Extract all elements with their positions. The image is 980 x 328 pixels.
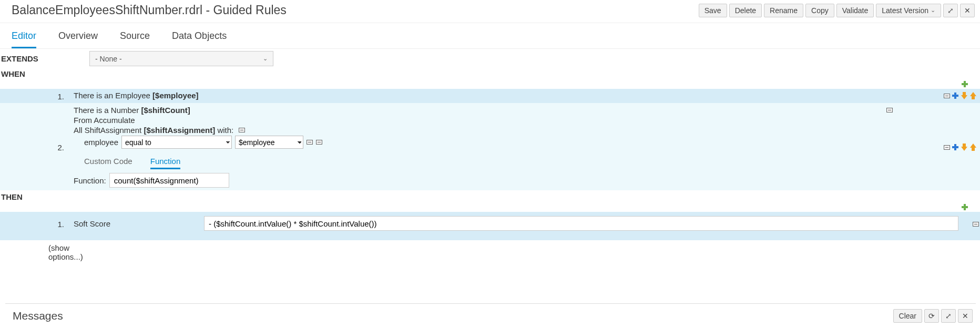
constraint-value-select[interactable]: $employee: [235, 136, 303, 149]
add-when-pattern-button[interactable]: [961, 80, 968, 88]
when-1-binding: [$employee]: [152, 91, 199, 100]
source-pattern-text[interactable]: All ShiftAssignment [$shiftAssignment] w…: [74, 126, 233, 135]
remove-constraint-icon-2[interactable]: [316, 140, 322, 145]
page-title: BalanceEmployeesShiftNumber.rdrl - Guide…: [12, 3, 287, 17]
header-toolbar: Save Delete Rename Copy Validate Latest …: [699, 4, 975, 17]
tab-editor[interactable]: Editor: [12, 29, 36, 48]
move-up-icon[interactable]: [969, 92, 977, 99]
close-button[interactable]: ✕: [960, 4, 975, 17]
when-1-text[interactable]: There is an Employee [$employee]: [74, 91, 199, 100]
constraint-field-label[interactable]: employee: [84, 138, 118, 147]
function-input[interactable]: [109, 173, 229, 188]
when-condition-2: 2. There is a Number [$shiftCount] From …: [0, 103, 980, 190]
refresh-messages-button[interactable]: ⟳: [924, 309, 939, 323]
svg-rect-1: [962, 83, 968, 85]
constraint-operator-select[interactable]: equal to: [121, 136, 232, 149]
remove-icon[interactable]: [944, 94, 950, 98]
when-2-number-text[interactable]: There is a Number [$shiftCount]: [74, 106, 190, 115]
close-messages-button[interactable]: ✕: [958, 309, 973, 323]
move-down-icon[interactable]: [961, 92, 968, 99]
then-action-1: 1. Soft Score: [0, 212, 980, 240]
remove-source-icon[interactable]: [239, 128, 245, 132]
move-down-icon[interactable]: [961, 144, 968, 151]
add-below-icon[interactable]: [952, 144, 959, 151]
move-up-icon[interactable]: [969, 144, 977, 151]
then-label: THEN: [0, 190, 980, 202]
subtab-function[interactable]: Function: [150, 157, 181, 169]
svg-rect-5: [952, 146, 958, 148]
refresh-icon: ⟳: [928, 312, 935, 320]
version-dropdown-button[interactable]: Latest Version ⌄: [876, 4, 941, 17]
add-then-action-button[interactable]: [961, 203, 968, 211]
remove-constraint-icon-1[interactable]: [307, 140, 313, 145]
when-condition-1: 1. There is an Employee [$employee]: [0, 89, 980, 103]
chevron-down-icon: ⌄: [263, 55, 268, 62]
extends-value: - None -: [95, 55, 122, 63]
delete-button[interactable]: Delete: [729, 4, 762, 17]
when-label: WHEN: [0, 67, 980, 79]
show-options-link[interactable]: (show options...): [0, 240, 95, 261]
when-1-number: 1.: [0, 91, 74, 101]
svg-rect-3: [952, 95, 958, 97]
chevron-down-icon: ⌄: [931, 7, 935, 14]
when-2-l1-binding: [$shiftCount]: [141, 106, 190, 115]
soft-score-input[interactable]: [204, 216, 958, 231]
when-2-l3-prefix: All ShiftAssignment: [74, 126, 144, 135]
expand-messages-button[interactable]: ⤢: [941, 309, 956, 323]
extends-label: EXTENDS: [0, 54, 89, 63]
when-2-l1-prefix: There is a Number: [74, 106, 141, 115]
rename-button[interactable]: Rename: [764, 4, 803, 17]
close-icon: ✕: [962, 312, 968, 320]
when-2-number: 2.: [0, 142, 74, 152]
from-accumulate-label: From Accumulate: [74, 115, 930, 125]
close-icon: ✕: [964, 6, 971, 15]
function-label: Function:: [74, 176, 106, 185]
clear-messages-button[interactable]: Clear: [893, 309, 922, 323]
messages-title: Messages: [13, 310, 63, 322]
copy-button[interactable]: Copy: [805, 4, 834, 17]
tab-data-objects[interactable]: Data Objects: [172, 29, 227, 48]
when-2-l3-suffix: with:: [215, 126, 233, 135]
add-below-icon[interactable]: [952, 92, 959, 99]
remove-icon[interactable]: [973, 222, 979, 227]
tab-overview[interactable]: Overview: [58, 29, 98, 48]
extends-select[interactable]: - None - ⌄: [89, 51, 273, 66]
validate-button[interactable]: Validate: [836, 4, 874, 17]
main-tabs: Editor Overview Source Data Objects: [0, 23, 980, 49]
tab-source[interactable]: Source: [120, 29, 150, 48]
then-1-label[interactable]: Soft Score: [74, 219, 197, 228]
when-1-prefix: There is an Employee: [74, 91, 152, 100]
remove-sub-icon[interactable]: [886, 108, 893, 112]
when-2-l3-binding: [$shiftAssignment]: [144, 126, 215, 135]
remove-icon[interactable]: [944, 145, 950, 150]
save-button[interactable]: Save: [699, 4, 727, 17]
svg-rect-7: [962, 206, 968, 208]
expand-button[interactable]: ⤢: [943, 4, 958, 17]
version-label: Latest Version: [882, 6, 928, 15]
expand-icon: ⤢: [947, 6, 954, 15]
expand-icon: ⤢: [945, 312, 952, 320]
then-1-number: 1.: [0, 219, 74, 229]
subtab-custom-code[interactable]: Custom Code: [84, 157, 132, 169]
